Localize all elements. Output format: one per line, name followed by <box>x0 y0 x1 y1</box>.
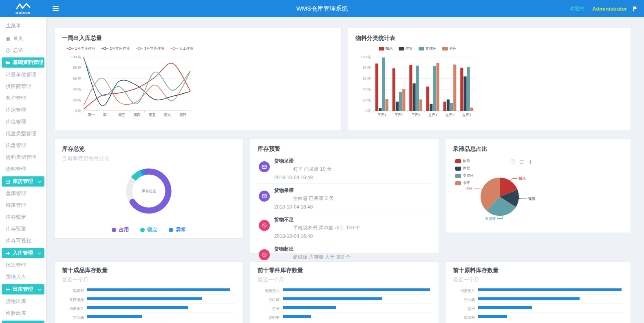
svg-text:周二: 周二 <box>103 113 110 117</box>
alert-item[interactable]: 货物呆滞空白箱 已呆滞 3 天2018-10-04 16:48 <box>258 184 432 213</box>
svg-text:周四: 周四 <box>134 113 141 117</box>
legend-item[interactable]: 3号立库作业 <box>136 46 165 51</box>
card-title: 前十零件库存数量 <box>258 267 432 274</box>
warehouse-icon <box>5 179 11 184</box>
main-content: 一周出入库总量 1号立库作业2号立库作业3号立库作业人工作业 0 吨20 吨40… <box>46 17 644 323</box>
sidebar-item[interactable]: 托盘类型管理 <box>0 128 46 140</box>
legend-item[interactable]: 轴承 <box>455 158 474 164</box>
sidebar-item-label: 移库管理 <box>6 202 26 209</box>
legend-item[interactable]: 轴承 <box>379 46 393 51</box>
alert-type: 货物呆滞 <box>274 158 332 165</box>
sidebar-item-label: 库房管理 <box>6 107 26 114</box>
stagnant-pie-chart: 轴承弹簧支撑环卡环 <box>453 164 587 226</box>
sidebar-item[interactable]: 货物出库 <box>0 296 46 308</box>
sidebar-item[interactable]: 库房管理 <box>2 176 44 187</box>
sidebar-item[interactable]: 检验出库 <box>0 308 46 319</box>
legend-item[interactable]: 支撑环 <box>419 46 437 51</box>
sidebar-item[interactable]: 批次管理 <box>0 259 46 271</box>
sidebar-item-label: 托盘类型管理 <box>6 130 36 137</box>
sidebar-item[interactable]: 库位管理 <box>0 116 46 128</box>
svg-text:周五: 周五 <box>149 113 156 117</box>
sidebar-item[interactable]: 库存预警 <box>0 223 46 235</box>
sidebar-item[interactable]: 托盘管理 <box>0 140 46 152</box>
sidebar-item[interactable]: 库存锁定 <box>0 211 46 223</box>
hbar-label: 说明书 <box>62 288 87 297</box>
logo-text: watson <box>15 11 31 15</box>
svg-text:40 吨: 40 吨 <box>363 87 371 91</box>
card-subtitle: 最近一个月 <box>453 276 623 283</box>
legend-item[interactable]: 弹簧 <box>399 46 413 51</box>
materials-chart-legend: 轴承弹簧支撑环卡环 <box>379 46 457 51</box>
alert-item[interactable]: 货物不足手机说明书 库存量 小于 100 个2018-10-04 16:48 <box>258 213 432 242</box>
sidebar-item-label: 供应商管理 <box>6 83 31 90</box>
card-inventory-alerts: 库存预警 货物呆滞钉子 已呆滞 10 天2018-10-04 16:48货物呆滞… <box>250 138 439 253</box>
sidebar-item-label: 库房管理 <box>13 178 33 185</box>
alert-detail: 空白箱 已呆滞 3 天 <box>274 195 334 202</box>
sidebar-item[interactable]: 库房管理 <box>0 104 46 116</box>
sidebar-item[interactable]: 出库管理 <box>2 284 44 294</box>
card-title: 前十原料库存数量 <box>453 267 623 274</box>
sidebar-item-label: 首页 <box>13 35 23 42</box>
sidebar-item-label: 物料管理 <box>6 166 26 173</box>
hbar-row: 空白箱 <box>258 297 432 305</box>
sidebar-item[interactable]: 计量单位管理 <box>0 69 46 81</box>
hbar-row: 纸质垫片 <box>453 288 623 297</box>
sidebar-item[interactable]: 物料管理 <box>0 163 46 175</box>
top-parts-bar-chart: 纸质垫片空白箱贺卡说明书 <box>258 288 432 323</box>
flag-icon[interactable] <box>632 6 638 12</box>
sidebar-item[interactable]: 入库管理 <box>2 248 44 258</box>
svg-text:平库1: 平库1 <box>377 113 386 117</box>
legend-item[interactable]: 2号立库作业 <box>101 46 130 51</box>
sidebar-item[interactable]: 首页 <box>0 33 46 44</box>
svg-text:40 吨: 40 吨 <box>73 87 82 91</box>
svg-text:周三: 周三 <box>118 113 125 117</box>
legend-item[interactable]: 1号立库作业 <box>66 46 95 51</box>
alert-time: 2018-10-04 16:48 <box>274 233 360 239</box>
sidebar-item-label: 批次管理 <box>6 262 26 269</box>
legend-item[interactable]: 占用 <box>112 226 129 233</box>
card-title: 物料分类统计表 <box>355 35 623 42</box>
legend-item[interactable]: 卡环 <box>442 46 457 51</box>
sidebar-item[interactable]: 客户管理 <box>0 92 46 104</box>
legend-item[interactable]: 锁定 <box>140 226 157 233</box>
sidebar-item[interactable]: 总览 <box>0 44 46 56</box>
inventory-donut-chart: 库存总览 <box>121 164 176 220</box>
hbar-label: 说明书 <box>453 314 478 323</box>
sidebar-item[interactable]: 移库管理 <box>0 200 46 211</box>
sidebar-item-partial[interactable] <box>2 321 44 323</box>
hbar-label: 空白箱 <box>453 297 478 305</box>
sidebar-item[interactable]: 盘库管理 <box>0 188 46 200</box>
welcome-label: 欢迎您： <box>570 5 589 12</box>
sidebar-item[interactable]: 库存可视化 <box>0 235 46 247</box>
sidebar-item[interactable]: 基础资料管理 <box>2 57 44 68</box>
sidebar-item-label: 入库管理 <box>13 250 33 257</box>
legend-item[interactable]: 异常 <box>169 226 186 233</box>
sidebar-item[interactable]: 供应商管理 <box>0 81 46 92</box>
sidebar-item[interactable]: 物料类型管理 <box>0 152 46 163</box>
svg-text:80 吨: 80 吨 <box>363 66 371 70</box>
sidebar-section-label: 主菜单 <box>0 17 46 33</box>
alert-item[interactable]: 货物呆滞钉子 已呆滞 10 天2018-10-04 16:48 <box>258 154 432 184</box>
hbar-value-bar <box>283 315 311 318</box>
menu-toggle-icon[interactable] <box>53 6 59 11</box>
chevron-down-icon <box>37 251 42 255</box>
top-finished-bar-chart: 说明书瓦楞纸板纸质垫片空白箱 <box>62 288 236 323</box>
username[interactable]: Administrator <box>592 6 627 12</box>
sidebar: 主菜单 首页总览基础资料管理计量单位管理供应商管理客户管理库房管理库位管理托盘类… <box>0 17 46 323</box>
svg-text:立库2: 立库2 <box>446 113 454 117</box>
sidebar-item-label: 基础资料管理 <box>13 59 43 66</box>
sidebar-item[interactable]: 货物入库 <box>0 271 46 283</box>
card-title: 呆滞品总占比 <box>453 145 623 153</box>
sidebar-item-label: 盘库管理 <box>6 190 26 197</box>
svg-text:100 吨: 100 吨 <box>361 55 371 59</box>
alert-time: 2018-10-04 16:48 <box>274 204 334 210</box>
app-logo[interactable]: watson <box>0 0 46 17</box>
svg-text:平库3: 平库3 <box>411 113 420 117</box>
svg-text:周一: 周一 <box>88 113 95 117</box>
legend-item[interactable]: 人工作业 <box>170 46 194 51</box>
sidebar-item-label: 库位管理 <box>6 119 26 125</box>
hbar-label: 纸质垫片 <box>453 288 478 297</box>
hbar-row: 贺卡 <box>453 305 623 314</box>
sidebar-item-label: 计量单位管理 <box>6 71 36 78</box>
block-icon <box>259 249 270 260</box>
